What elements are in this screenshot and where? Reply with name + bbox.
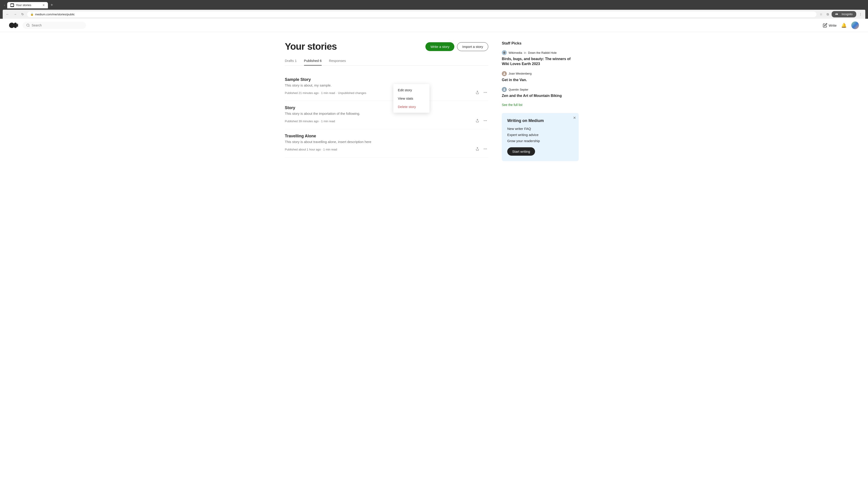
logo-svg — [9, 23, 18, 28]
sp-author-2: Joan Westenberg — [502, 71, 579, 76]
url-text: medium.com/me/stories/public — [35, 13, 75, 16]
svg-point-8 — [485, 92, 486, 93]
import-story-button[interactable]: Import a story — [457, 42, 488, 51]
wom-close-button[interactable]: ✕ — [573, 116, 576, 120]
svg-point-7 — [484, 92, 485, 93]
active-tab[interactable]: Your stories ✕ — [7, 2, 48, 8]
tab-close-button[interactable]: ✕ — [42, 4, 45, 7]
browser-tabs: ‹ Your stories ✕ + — [3, 2, 865, 8]
svg-point-5 — [27, 24, 29, 26]
start-writing-button[interactable]: Start writing — [507, 147, 535, 156]
story-title-1: Sample Story — [285, 77, 488, 82]
sp-title-2[interactable]: Get in the Van. — [502, 77, 579, 83]
story-published-1: Published 21 minutes ago · 1 min read · — [285, 91, 337, 95]
story-meta-1: Published 21 minutes ago · 1 min read · … — [285, 91, 366, 95]
svg-point-15 — [484, 149, 485, 149]
story-published-3: Published about 1 hour ago · 1 min read — [285, 148, 337, 151]
svg-point-20 — [504, 52, 505, 53]
reader-mode-icon[interactable]: ⧉ — [825, 11, 830, 17]
star-icon[interactable]: ☆ — [818, 11, 824, 17]
incognito-label: Incognito — [840, 12, 854, 17]
back-button[interactable]: ← — [4, 11, 10, 17]
browser-toolbar: ← → ↻ 🔒 medium.com/me/stories/public ☆ ⧉… — [3, 10, 865, 19]
unpublished-changes-1: Unpublished changes — [338, 91, 366, 95]
incognito-icon: 🕶 — [834, 12, 839, 17]
staff-pick-1: Wikimedia in Down the Rabbit Hole Birds,… — [502, 50, 579, 67]
see-full-list-link[interactable]: See the full list — [502, 103, 579, 107]
search-bar[interactable]: Search — [23, 22, 86, 29]
wom-link-3[interactable]: Grow your readership — [507, 139, 573, 143]
svg-point-17 — [486, 149, 487, 149]
tab-published[interactable]: Published 6 — [304, 59, 322, 65]
main-content: Your stories Write a story Import a stor… — [285, 41, 488, 161]
story-meta-2: Published 39 minutes ago · 1 min read — [285, 120, 335, 123]
page-title: Your stories — [285, 41, 337, 52]
sp-author-name-1: Wikimedia — [508, 51, 522, 55]
staff-pick-2: Joan Westenberg Get in the Van. — [502, 71, 579, 83]
write-button[interactable]: Write — [823, 23, 837, 28]
avatar[interactable] — [851, 22, 859, 29]
share-icon-1[interactable] — [475, 90, 480, 96]
svg-point-13 — [486, 121, 487, 121]
story-actions-1 — [475, 90, 488, 96]
tab-back-arrow[interactable]: ‹ — [3, 3, 6, 8]
sidebar: Staff Picks Wikimedia in Down the Rabbit… — [502, 41, 579, 161]
address-bar[interactable]: 🔒 medium.com/me/stories/public — [27, 11, 816, 17]
wom-link-2[interactable]: Expert writing advice — [507, 133, 573, 137]
tab-drafts[interactable]: Drafts 1 — [285, 59, 297, 65]
delete-story-item[interactable]: Delete story — [393, 103, 430, 111]
share-icon-2[interactable] — [475, 118, 480, 124]
sp-avatar-1 — [502, 50, 507, 55]
svg-point-18 — [503, 52, 505, 54]
staff-picks-title: Staff Picks — [502, 41, 579, 46]
new-tab-button[interactable]: + — [49, 2, 55, 8]
medium-logo[interactable] — [9, 23, 18, 28]
story-actions-3 — [475, 146, 488, 153]
incognito-badge: 🕶 Incognito — [832, 11, 856, 18]
content-wrapper: Your stories Write a story Import a stor… — [276, 32, 592, 170]
tab-title: Your stories — [16, 3, 31, 7]
refresh-button[interactable]: ↻ — [20, 11, 25, 17]
more-icon-2[interactable] — [483, 118, 488, 125]
lock-icon: 🔒 — [30, 13, 34, 16]
view-stats-item[interactable]: View stats — [393, 94, 430, 103]
wom-title: Writing on Medium — [507, 119, 573, 123]
wom-link-1[interactable]: New writer FAQ — [507, 127, 573, 131]
dropdown-menu: Edit story View stats Delete story — [393, 84, 430, 113]
more-icon-3[interactable] — [483, 146, 488, 153]
site-header: Search Write 🔔 — [0, 19, 868, 32]
tab-responses[interactable]: Responses — [329, 59, 346, 65]
story-actions-2 — [475, 118, 488, 125]
svg-point-19 — [504, 52, 504, 53]
story-meta-row-1: Published 21 minutes ago · 1 min read · … — [285, 90, 488, 96]
staff-pick-3: Quentin Septer Zen and the Art of Mounta… — [502, 87, 579, 98]
forward-button[interactable]: → — [12, 11, 18, 17]
svg-point-4 — [17, 24, 18, 27]
sp-avatar-2 — [502, 71, 507, 76]
story-desc-2: This story is about the importation of t… — [285, 111, 488, 116]
sp-title-3[interactable]: Zen and the Art of Mountain Biking — [502, 93, 579, 98]
story-meta-row-3: Published about 1 hour ago · 1 min read — [285, 146, 488, 153]
share-icon-3[interactable] — [475, 146, 480, 153]
notification-icon[interactable]: 🔔 — [841, 23, 847, 28]
svg-point-22 — [504, 89, 505, 90]
sp-avatar-3 — [502, 87, 507, 92]
browser-more-icon[interactable]: ⋮ — [858, 11, 864, 17]
write-label: Write — [829, 24, 837, 27]
story-meta-3: Published about 1 hour ago · 1 min read — [285, 148, 337, 151]
sp-title-1[interactable]: Birds, bugs, and beauty: The winners of … — [502, 57, 579, 67]
sp-author-1: Wikimedia in Down the Rabbit Hole — [502, 50, 579, 55]
story-title-2: Story — [285, 105, 488, 110]
svg-point-9 — [486, 92, 487, 93]
more-icon-1[interactable] — [483, 90, 488, 96]
story-desc-1: This story is about, my sample. — [285, 84, 488, 87]
tabs: Drafts 1 Published 6 Responses — [285, 59, 488, 66]
write-story-button[interactable]: Write a story — [426, 42, 454, 51]
edit-story-item[interactable]: Edit story — [393, 86, 430, 94]
story-desc-3: This story is about travelling alone, in… — [285, 140, 488, 144]
svg-point-11 — [484, 121, 485, 121]
sp-in-1: in — [524, 51, 526, 55]
story-published-2: Published 39 minutes ago · 1 min read — [285, 120, 335, 123]
story-item-3: Travelling Alone This story is about tra… — [285, 129, 488, 158]
sp-author-name-3: Quentin Septer — [508, 88, 528, 91]
